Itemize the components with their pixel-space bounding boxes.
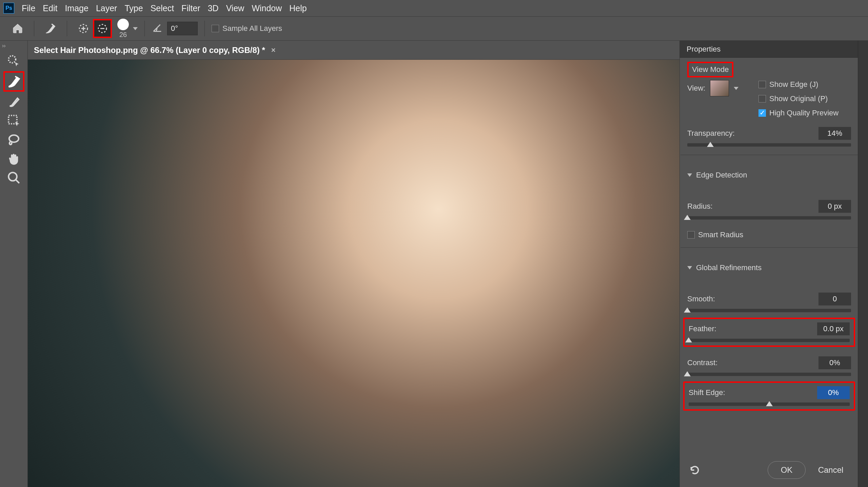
shift-edge-label: Shift Edge: bbox=[689, 388, 725, 397]
radius-slider[interactable] bbox=[687, 216, 851, 220]
view-label: View: bbox=[687, 84, 705, 93]
menu-image[interactable]: Image bbox=[65, 3, 88, 13]
brush-tool[interactable] bbox=[3, 93, 24, 111]
sample-all-layers-checkbox[interactable]: Sample All Layers bbox=[212, 24, 282, 33]
shift-edge-value[interactable]: 0% bbox=[817, 386, 850, 399]
brush-angle-input[interactable] bbox=[167, 22, 198, 35]
document-title: Select Hair Photoshop.png @ 66.7% (Layer… bbox=[34, 45, 265, 55]
slider-thumb-icon bbox=[684, 215, 691, 220]
angle-icon bbox=[152, 22, 163, 35]
brush-subtract-icon[interactable] bbox=[93, 19, 112, 38]
lasso-tool[interactable] bbox=[3, 131, 24, 149]
slider-thumb-icon bbox=[766, 401, 773, 406]
slider-thumb-icon bbox=[684, 371, 691, 376]
menu-view[interactable]: View bbox=[226, 3, 244, 13]
smooth-value[interactable]: 0 bbox=[818, 293, 851, 305]
global-refinements-label: Global Refinements bbox=[696, 263, 762, 272]
show-edge-checkbox[interactable]: Show Edge (J) bbox=[758, 80, 839, 89]
ps-logo-icon: Ps bbox=[3, 3, 14, 14]
shift-edge-slider[interactable] bbox=[689, 402, 850, 406]
shift-edge-annotation: Shift Edge: 0% bbox=[683, 381, 855, 411]
home-icon[interactable] bbox=[8, 19, 27, 38]
smart-radius-label: Smart Radius bbox=[698, 230, 743, 239]
collapsed-panel-strip[interactable] bbox=[858, 41, 868, 487]
options-bar: 26 Sample All Layers bbox=[0, 16, 868, 41]
zoom-tool[interactable] bbox=[3, 169, 24, 187]
close-tab-icon[interactable]: × bbox=[271, 46, 276, 55]
chevron-down-icon bbox=[687, 173, 692, 177]
brush-add-icon[interactable] bbox=[74, 19, 93, 38]
menu-help[interactable]: Help bbox=[289, 3, 307, 13]
menu-select[interactable]: Select bbox=[151, 3, 174, 13]
radius-value[interactable]: 0 px bbox=[818, 200, 851, 213]
svg-point-2 bbox=[8, 56, 16, 63]
radius-label: Radius: bbox=[687, 202, 713, 211]
contrast-value[interactable]: 0% bbox=[818, 356, 851, 369]
object-select-tool[interactable] bbox=[3, 112, 24, 130]
menu-bar: Ps File Edit Image Layer Type Select Fil… bbox=[0, 0, 868, 16]
checkbox-icon bbox=[758, 81, 766, 88]
feather-label: Feather: bbox=[689, 324, 716, 333]
expand-panel-icon[interactable]: ›› bbox=[2, 43, 6, 49]
tool-indicator-refine-brush-icon bbox=[41, 19, 60, 38]
brush-preset-picker[interactable]: 26 bbox=[117, 19, 129, 39]
panel-footer: OK Cancel bbox=[680, 453, 858, 487]
brush-preview-icon bbox=[117, 19, 129, 30]
feather-annotation: Feather: 0.0 px bbox=[683, 318, 855, 347]
transparency-slider[interactable] bbox=[687, 143, 851, 147]
transparency-value[interactable]: 14% bbox=[818, 127, 851, 140]
hand-tool[interactable] bbox=[3, 150, 24, 168]
edge-detection-label: Edge Detection bbox=[696, 171, 747, 180]
slider-thumb-icon bbox=[685, 337, 692, 342]
smooth-label: Smooth: bbox=[687, 295, 715, 303]
show-original-checkbox[interactable]: Show Original (P) bbox=[758, 94, 839, 103]
ok-button[interactable]: OK bbox=[768, 461, 806, 479]
refine-edge-brush-tool[interactable] bbox=[3, 71, 24, 92]
high-quality-preview-checkbox[interactable]: High Quality Preview bbox=[758, 109, 839, 117]
document-tab-bar: Select Hair Photoshop.png @ 66.7% (Layer… bbox=[28, 41, 679, 60]
view-dropdown-caret-icon[interactable] bbox=[734, 87, 738, 90]
menu-window[interactable]: Window bbox=[252, 3, 282, 13]
contrast-label: Contrast: bbox=[687, 358, 717, 367]
menu-file[interactable]: File bbox=[22, 3, 35, 13]
menu-edit[interactable]: Edit bbox=[43, 3, 57, 13]
svg-point-5 bbox=[8, 172, 17, 181]
transparency-label: Transparency: bbox=[687, 129, 735, 138]
view-mode-heading: View Mode bbox=[687, 62, 733, 77]
slider-thumb-icon bbox=[684, 307, 691, 313]
checkbox-checked-icon bbox=[758, 109, 766, 117]
slider-thumb-icon bbox=[707, 142, 714, 147]
hq-preview-label: High Quality Preview bbox=[769, 109, 839, 117]
menu-type[interactable]: Type bbox=[124, 3, 143, 13]
properties-tab[interactable]: Properties bbox=[680, 41, 858, 58]
menu-filter[interactable]: Filter bbox=[181, 3, 200, 13]
canvas[interactable] bbox=[28, 60, 679, 487]
svg-point-4 bbox=[9, 135, 19, 142]
global-refinements-section[interactable]: Global Refinements bbox=[687, 263, 851, 272]
edge-detection-section[interactable]: Edge Detection bbox=[687, 171, 851, 180]
reset-icon[interactable] bbox=[688, 463, 702, 477]
brush-mode-group bbox=[74, 19, 112, 38]
menu-3d[interactable]: 3D bbox=[208, 3, 219, 13]
checkbox-icon bbox=[758, 95, 766, 102]
show-edge-label: Show Edge (J) bbox=[769, 80, 818, 89]
view-thumbnail[interactable] bbox=[710, 80, 729, 96]
feather-value[interactable]: 0.0 px bbox=[817, 322, 850, 335]
contrast-slider[interactable] bbox=[687, 373, 851, 376]
menu-layer[interactable]: Layer bbox=[96, 3, 117, 13]
document-tab[interactable]: Select Hair Photoshop.png @ 66.7% (Layer… bbox=[34, 45, 276, 55]
checkbox-icon bbox=[212, 25, 219, 32]
brush-size-label: 26 bbox=[119, 31, 127, 39]
smart-radius-checkbox[interactable]: Smart Radius bbox=[687, 230, 851, 239]
chevron-down-icon bbox=[687, 266, 692, 269]
brush-preset-caret-icon[interactable] bbox=[133, 27, 138, 30]
quick-select-tool[interactable] bbox=[3, 52, 24, 70]
cancel-button[interactable]: Cancel bbox=[812, 461, 850, 479]
smooth-slider[interactable] bbox=[687, 309, 851, 312]
tool-strip: ›› bbox=[0, 41, 28, 487]
sample-all-layers-label: Sample All Layers bbox=[222, 24, 282, 33]
checkbox-icon bbox=[687, 231, 695, 239]
show-original-label: Show Original (P) bbox=[769, 94, 828, 103]
properties-panel: Properties View Mode View: Show Edge (J) bbox=[679, 41, 858, 487]
feather-slider[interactable] bbox=[689, 339, 850, 342]
